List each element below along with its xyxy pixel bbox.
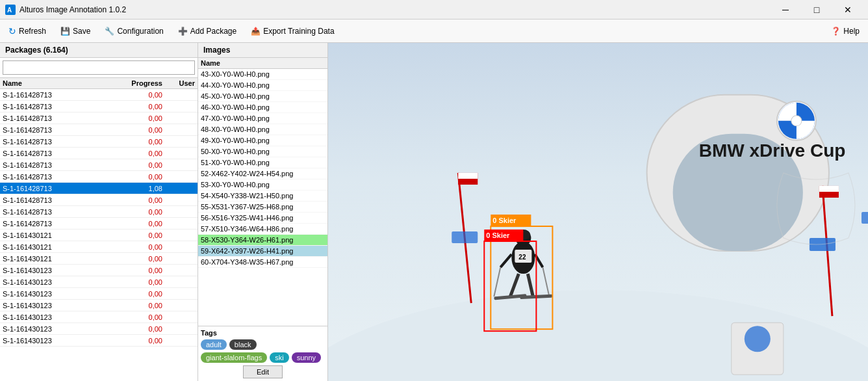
packages-search-container: [0, 58, 198, 78]
package-row[interactable]: S-1-1614301230,00: [0, 276, 198, 288]
tag-button[interactable]: adult: [201, 339, 227, 350]
package-row[interactable]: S-1-1614287130,00: [0, 159, 198, 171]
scene-svg: BMW xDrive Cup: [328, 43, 868, 381]
package-row[interactable]: S-1-1614301210,00: [0, 230, 198, 241]
package-progress: 0,00: [126, 220, 165, 228]
image-row[interactable]: 51-X0-Y0-W0-H0.png: [198, 157, 327, 168]
package-progress: 0,00: [126, 337, 165, 345]
package-row[interactable]: S-1-1614287130,00: [0, 218, 198, 230]
image-row[interactable]: 59-X642-Y397-W26-H41.png: [198, 246, 327, 257]
package-row[interactable]: S-1-1614301230,00: [0, 323, 198, 335]
image-row[interactable]: 45-X0-Y0-W0-H0.png: [198, 91, 327, 102]
package-progress: 0,00: [126, 313, 165, 321]
save-icon: [60, 27, 70, 36]
package-row[interactable]: S-1-1614301230,00: [0, 288, 198, 300]
package-progress: 0,00: [126, 208, 165, 216]
title-bar: A Alturos Image Annotation 1.0.2 ─ □ ✕: [0, 0, 868, 20]
packages-table-header: Name Progress User: [0, 78, 198, 89]
package-progress: 0,00: [126, 302, 165, 309]
package-row[interactable]: S-1-1614301210,00: [0, 253, 198, 265]
package-name: S-1-161430123: [0, 278, 126, 286]
add-package-label: Add Package: [190, 27, 236, 36]
package-name: S-1-161428713: [0, 220, 126, 228]
package-progress: 0,00: [126, 173, 165, 181]
package-row[interactable]: S-1-1614301230,00: [0, 311, 198, 323]
refresh-icon: [8, 26, 16, 36]
maximize-button[interactable]: □: [802, 1, 832, 19]
image-row[interactable]: 60-X704-Y348-W35-H67.png: [198, 257, 327, 268]
package-name: S-1-161428713: [0, 103, 126, 111]
image-row[interactable]: 48-X0-Y0-W0-H0.png: [198, 124, 327, 135]
images-list[interactable]: 43-X0-Y0-W0-H0.png44-X0-Y0-W0-H0.png45-X…: [198, 69, 327, 326]
image-row[interactable]: 58-X530-Y364-W26-H61.png: [198, 235, 327, 246]
edit-tags-button[interactable]: Edit: [243, 365, 283, 378]
image-row[interactable]: 52-X462-Y402-W24-H54.png: [198, 168, 327, 179]
refresh-button[interactable]: Refresh: [3, 22, 52, 40]
tag-button[interactable]: giant-slalom-flags: [201, 352, 267, 363]
toolbar-right: Help: [825, 22, 865, 40]
save-button[interactable]: Save: [55, 22, 96, 40]
package-progress: 0,00: [126, 267, 165, 274]
package-row[interactable]: S-1-1614287130,00: [0, 194, 198, 206]
save-label: Save: [73, 27, 90, 36]
configuration-button[interactable]: Configuration: [99, 22, 169, 40]
image-row[interactable]: 55-X531-Y367-W25-H68.png: [198, 202, 327, 213]
package-progress: 0,00: [126, 91, 165, 99]
package-row[interactable]: S-1-1614287131,08: [0, 183, 198, 194]
package-row[interactable]: S-1-1614287130,00: [0, 101, 198, 112]
package-progress: 0,00: [126, 114, 165, 122]
image-row[interactable]: 57-X510-Y346-W64-H86.png: [198, 224, 327, 235]
packages-list[interactable]: S-1-1614287130,00S-1-1614287130,00S-1-16…: [0, 89, 198, 381]
tag-button[interactable]: black: [229, 339, 257, 350]
svg-text:22: 22: [518, 254, 526, 261]
package-row[interactable]: S-1-1614287130,00: [0, 148, 198, 159]
package-row[interactable]: S-1-1614287130,00: [0, 112, 198, 124]
package-row[interactable]: S-1-1614301230,00: [0, 265, 198, 276]
minimize-button[interactable]: ─: [771, 1, 800, 19]
package-row[interactable]: S-1-1614287130,00: [0, 206, 198, 218]
package-progress: 0,00: [126, 150, 165, 157]
package-name: S-1-161428713: [0, 185, 126, 192]
images-col-name: Name: [198, 59, 327, 67]
package-progress: 0,00: [126, 243, 165, 251]
image-row[interactable]: 56-X516-Y325-W41-H46.png: [198, 213, 327, 224]
package-row[interactable]: S-1-1614287130,00: [0, 171, 198, 183]
image-row[interactable]: 44-X0-Y0-W0-H0.png: [198, 80, 327, 91]
help-icon: [831, 27, 841, 36]
refresh-label: Refresh: [19, 27, 46, 36]
package-progress: 0,00: [126, 138, 165, 146]
tags-header: Tags: [201, 329, 325, 337]
close-button[interactable]: ✕: [833, 1, 863, 19]
package-progress: 0,00: [126, 255, 165, 263]
packages-search-input[interactable]: [3, 60, 195, 75]
svg-text:0 Skier: 0 Skier: [486, 231, 510, 239]
image-row[interactable]: 43-X0-Y0-W0-H0.png: [198, 69, 327, 80]
export-label: Export Training Data: [263, 27, 334, 36]
image-row[interactable]: 46-X0-Y0-W0-H0.png: [198, 102, 327, 113]
image-row[interactable]: 54-X540-Y338-W21-H50.png: [198, 190, 327, 202]
package-name: S-1-161428713: [0, 208, 126, 216]
package-row[interactable]: S-1-1614287130,00: [0, 136, 198, 148]
package-row[interactable]: S-1-1614301230,00: [0, 300, 198, 311]
package-row[interactable]: S-1-1614301230,00: [0, 335, 198, 347]
image-row[interactable]: 53-X0-Y0-W0-H0.png: [198, 179, 327, 190]
package-name: S-1-161430121: [0, 231, 126, 239]
col-progress-header: Progress: [126, 79, 165, 87]
image-row[interactable]: 50-X0-Y0-W0-H0.png: [198, 146, 327, 157]
package-row[interactable]: S-1-1614287130,00: [0, 124, 198, 136]
export-button[interactable]: Export Training Data: [245, 22, 340, 40]
svg-text:0 Skier: 0 Skier: [492, 217, 517, 224]
image-row[interactable]: 47-X0-Y0-W0-H0.png: [198, 113, 327, 124]
packages-panel: Packages (6.164) Name Progress User S-1-…: [0, 43, 198, 381]
package-row[interactable]: S-1-1614301210,00: [0, 241, 198, 253]
image-row[interactable]: 49-X0-Y0-W0-H0.png: [198, 135, 327, 146]
tag-button[interactable]: ski: [270, 352, 288, 363]
package-row[interactable]: S-1-1614287130,00: [0, 89, 198, 101]
package-name: S-1-161428713: [0, 114, 126, 122]
package-name: S-1-161428713: [0, 173, 126, 181]
package-progress: 0,00: [126, 325, 165, 333]
help-button[interactable]: Help: [825, 22, 865, 40]
svg-rect-39: [862, 212, 868, 224]
tag-button[interactable]: sunny: [292, 352, 321, 363]
add-package-button[interactable]: Add Package: [172, 22, 242, 40]
